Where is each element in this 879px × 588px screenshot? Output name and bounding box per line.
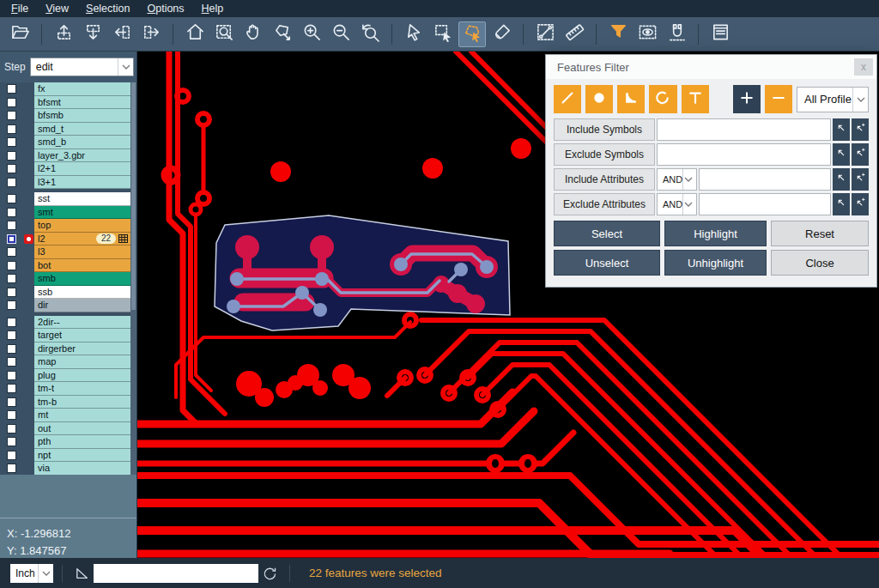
include-attributes-input[interactable] [699,168,831,191]
pan-down-button[interactable] [79,21,106,47]
layer-row-dirgerber[interactable]: dirgerber [0,342,131,356]
dialog-titlebar[interactable]: Features Filter x [546,55,876,79]
layer-checkbox[interactable] [7,437,16,446]
menu-item-selection[interactable]: Selection [77,0,138,17]
layer-checkbox[interactable] [7,178,16,187]
layer-row-fx[interactable]: fx [0,82,131,96]
layer-row-ssb[interactable]: ssb [0,286,131,300]
layer-checkbox[interactable] [7,124,16,134]
filter-type-pad-button[interactable] [585,85,613,113]
layer-checkbox[interactable] [7,234,16,244]
layer-name[interactable]: l2+1 [34,162,131,176]
layer-row-bot[interactable]: bot [0,259,131,273]
layer-name[interactable]: dir [34,299,131,312]
filter-type-text-button[interactable] [682,85,709,113]
layer-checkbox[interactable] [7,98,16,107]
include-attributes-button[interactable]: Include Attributes [554,168,655,191]
layer-row-target[interactable]: target [0,329,131,342]
layer-row-top[interactable]: top [0,219,131,233]
highlight-button[interactable]: Highlight [664,221,767,246]
include-symbols-button[interactable]: Include Symbols [554,118,655,141]
layer-row-smt[interactable]: smt [0,206,131,220]
layer-name[interactable]: l222 [34,233,131,246]
layer-checkbox[interactable] [7,261,16,270]
unselect-button[interactable]: Unselect [554,250,660,276]
layer-name[interactable]: bot [34,259,131,273]
layer-checkbox[interactable] [7,164,16,173]
layer-name[interactable]: smd_b [34,136,131,149]
add-polarity-button[interactable] [733,85,761,113]
layer-row-l2+1[interactable]: l2+1 [0,162,131,176]
layer-list-scrollbar[interactable] [130,82,136,475]
unhighlight-button[interactable]: Unhighlight [664,250,767,276]
exclude-attributes-operator-select[interactable]: AND [657,193,697,215]
close-button[interactable]: Close [771,250,869,276]
layer-row-dir[interactable]: dir [0,299,131,312]
include-attributes-pick-add-button[interactable] [852,168,869,191]
pan-up-button[interactable] [50,21,77,47]
layer-row-2dir--[interactable]: 2dir-- [0,316,131,330]
exclude-symbols-input[interactable] [657,143,831,166]
layer-name[interactable]: tm-b [34,396,131,409]
layer-checkbox[interactable] [7,221,16,230]
layer-checkbox[interactable] [7,357,16,367]
measure-corner-icon[interactable] [75,567,90,580]
layer-checkbox[interactable] [7,300,16,310]
show-filtered-button[interactable] [633,21,661,47]
exclude-attributes-pick-add-button[interactable] [852,193,869,215]
filter-type-surface-button[interactable] [617,85,645,113]
layer-name[interactable]: out [34,422,131,436]
command-input[interactable] [94,564,258,583]
grid-icon[interactable] [118,234,128,243]
layer-name[interactable]: pth [34,435,131,449]
layer-name[interactable]: via [34,462,131,476]
layer-name[interactable]: l3 [34,246,131,259]
layer-checkbox[interactable] [7,344,16,354]
ruler-button[interactable] [561,21,588,47]
layer-checkbox[interactable] [7,151,16,161]
menu-item-file[interactable]: File [3,0,37,17]
layer-name[interactable]: bfsmb [34,109,131,123]
layer-row-l2[interactable]: l222 [0,233,131,246]
active-layer-indicator[interactable] [24,234,33,244]
refresh-icon[interactable] [262,566,277,581]
layer-row-map[interactable]: map [0,355,131,369]
layer-name[interactable]: layer_3.gbr [34,149,131,163]
filter-type-line-button[interactable] [554,85,581,113]
layer-checkbox[interactable] [7,111,16,120]
select-button[interactable]: Select [554,221,660,246]
menu-item-help[interactable]: Help [193,0,233,17]
layer-row-smd_b[interactable]: smd_b [0,136,131,149]
pan-right-button[interactable] [137,21,165,47]
layer-row-mt[interactable]: mt [0,409,131,422]
exclude-attributes-button[interactable]: Exclude Attributes [554,193,655,215]
exclude-symbols-pick-add-button[interactable] [852,143,869,166]
layer-name[interactable]: ssb [34,286,131,300]
layer-row-layer_3.gbr[interactable]: layer_3.gbr [0,149,131,163]
layer-name[interactable]: mt [34,409,131,422]
layer-checkbox[interactable] [7,464,16,473]
layer-name[interactable]: npt [34,449,131,463]
exclude-attributes-pick-button[interactable] [833,193,850,215]
layer-row-l3+1[interactable]: l3+1 [0,176,131,190]
step-select[interactable]: edit [30,58,134,76]
reset-button[interactable]: Reset [771,221,869,246]
layer-name[interactable]: dirgerber [34,342,131,356]
layer-row-sst[interactable]: sst [0,192,131,206]
home-view-button[interactable] [181,21,209,47]
layer-checkbox[interactable] [7,330,16,340]
open-folder-button[interactable] [6,21,33,47]
layer-name[interactable]: map [34,355,131,369]
layer-row-tm-t[interactable]: tm-t [0,382,131,396]
layer-checkbox[interactable] [7,410,16,420]
include-symbols-input[interactable] [657,118,831,141]
layer-name[interactable]: smt [34,206,131,220]
layer-checkbox[interactable] [7,137,16,147]
layer-checkbox[interactable] [7,288,16,297]
layer-row-npt[interactable]: npt [0,449,131,463]
profile-select[interactable]: All Profile [797,87,869,112]
close-icon[interactable]: x [854,58,873,76]
layer-checkbox[interactable] [7,194,16,203]
measure-distance-button[interactable] [531,21,559,47]
layer-name[interactable]: target [34,329,131,342]
